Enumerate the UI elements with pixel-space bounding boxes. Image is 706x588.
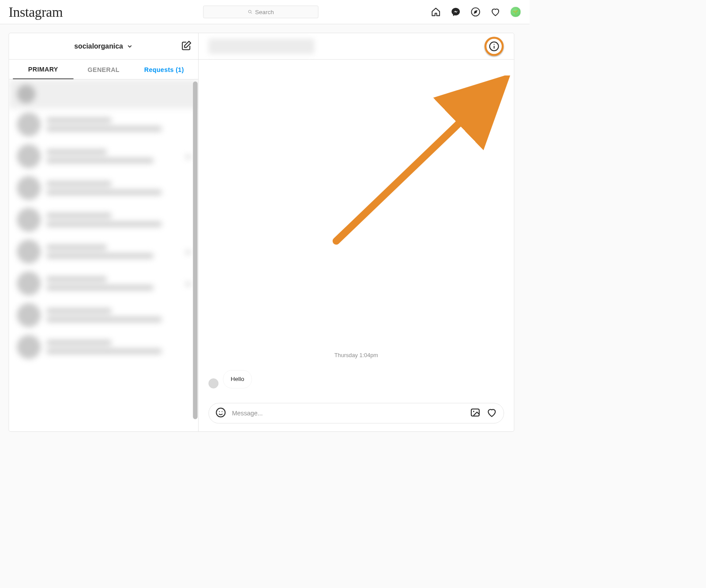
svg-point-8 <box>219 411 220 412</box>
thread-list[interactable]: w w w <box>9 79 198 431</box>
explore-icon[interactable] <box>470 7 481 17</box>
chat-timestamp: Thursday 1:04pm <box>209 352 504 359</box>
brand-logo[interactable]: Instagram <box>9 4 63 20</box>
message-row: Hello <box>209 370 504 388</box>
nav-icons: 🌱 <box>431 7 521 17</box>
svg-line-1 <box>251 12 252 14</box>
top-nav-inner: Instagram Search 🌱 <box>9 4 521 20</box>
inbox-tabs: PRIMARY GENERAL Requests (1) <box>9 60 198 79</box>
dm-app: socialorganica PRIMARY GENERAL Requests … <box>9 33 514 432</box>
chevron-down-icon <box>126 43 133 49</box>
message-composer <box>209 403 504 424</box>
message-avatar[interactable] <box>209 378 219 388</box>
svg-marker-3 <box>474 11 477 13</box>
chat-body: Thursday 1:04pm Hello <box>199 60 514 431</box>
search-placeholder: Search <box>255 8 274 15</box>
activity-icon[interactable] <box>490 7 500 17</box>
compose-button[interactable] <box>181 40 192 52</box>
search-wrap: Search <box>203 6 319 19</box>
chat-panel: Thursday 1:04pm Hello <box>199 33 514 431</box>
top-nav: Instagram Search 🌱 <box>0 0 530 24</box>
home-icon[interactable] <box>431 7 441 17</box>
account-switcher[interactable]: socialorganica <box>18 42 190 50</box>
canvas: socialorganica PRIMARY GENERAL Requests … <box>0 24 530 441</box>
sidebar-header: socialorganica <box>9 33 198 60</box>
like-button[interactable] <box>487 407 497 419</box>
thread-item[interactable] <box>9 204 198 236</box>
thread-item[interactable] <box>9 299 198 331</box>
svg-point-9 <box>222 411 222 412</box>
search-icon <box>248 10 253 15</box>
message-bubble: Hello <box>223 370 252 388</box>
thread-item[interactable] <box>9 172 198 204</box>
scrollbar[interactable] <box>193 82 198 419</box>
emoji-button[interactable] <box>215 407 226 419</box>
search-input[interactable]: Search <box>203 6 319 19</box>
tab-requests[interactable]: Requests (1) <box>134 60 194 79</box>
chat-header-name[interactable] <box>209 38 315 54</box>
messenger-icon[interactable] <box>451 7 461 17</box>
svg-point-11 <box>473 411 474 412</box>
thread-item-active[interactable] <box>9 79 198 109</box>
thread-item[interactable]: w <box>9 140 198 172</box>
thread-item[interactable]: w <box>9 236 198 268</box>
thread-item[interactable] <box>9 331 198 363</box>
message-input[interactable] <box>232 410 464 417</box>
profile-avatar[interactable]: 🌱 <box>510 7 521 17</box>
svg-point-7 <box>216 408 225 417</box>
info-button[interactable] <box>484 36 504 56</box>
thread-item[interactable]: w <box>9 268 198 299</box>
sidebar: socialorganica PRIMARY GENERAL Requests … <box>9 33 199 431</box>
thread-item[interactable] <box>9 109 198 140</box>
tab-primary[interactable]: PRIMARY <box>13 60 73 79</box>
tab-general[interactable]: GENERAL <box>73 60 134 79</box>
annotation-highlight <box>484 37 504 56</box>
svg-point-0 <box>248 10 251 13</box>
chat-header <box>199 33 514 60</box>
account-name: socialorganica <box>74 42 123 50</box>
image-button[interactable] <box>470 407 481 419</box>
